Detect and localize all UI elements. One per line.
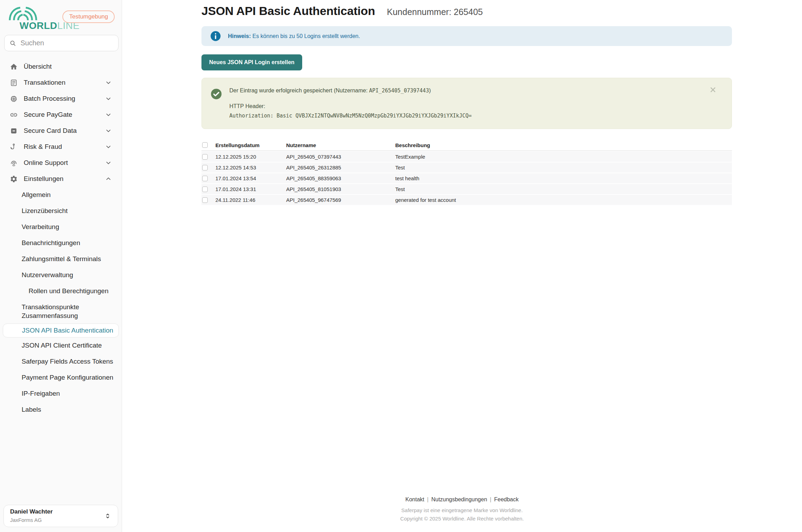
sidebar-item-secure-card-data[interactable]: Secure Card Data [0, 123, 122, 139]
chip-icon [10, 95, 18, 103]
sidebar-item-online-support[interactable]: Online Support [0, 155, 122, 171]
authorization-header-value: Authorization: Basic QVBJXzI2NTQwNV8wNzM… [229, 113, 472, 119]
cell-description: Test [395, 186, 732, 192]
check-circle-icon [211, 88, 222, 100]
info-banner-text: Hinweis: Es können bis zu 50 Logins erst… [228, 33, 360, 39]
sidebar-item-label: Batch Processing [24, 95, 75, 102]
cell-username: API_265405_96747569 [286, 197, 395, 203]
sidebar-item-payment-page-konfig[interactable]: Payment Page Konfigurationen [0, 370, 122, 386]
chevron-down-icon [105, 143, 112, 150]
sidebar-item-saferpay-fields-tokens[interactable]: Saferpay Fields Access Tokens [0, 354, 122, 370]
info-icon [210, 31, 221, 41]
sidebar-item-label: Einstellungen [24, 175, 63, 183]
info-banner-message: Es können bis zu 50 Logins erstellt werd… [251, 33, 360, 39]
sidebar-item-lizenzuebersicht[interactable]: Lizenzübersicht [0, 203, 122, 219]
hook-icon [10, 143, 18, 151]
sidebar-item-transaktionen[interactable]: Transaktionen [0, 75, 122, 91]
cell-description: generated for test account [395, 197, 732, 203]
sidebar-item-labels[interactable]: Labels [0, 402, 122, 418]
cell-date: 12.12.2025 14:53 [215, 165, 286, 170]
sidebar-item-label: Risk & Fraud [24, 143, 62, 151]
sidebar-item-label: Übersicht [24, 63, 52, 70]
chevron-down-icon [105, 79, 112, 86]
info-banner: Hinweis: Es können bis zu 50 Logins erst… [201, 26, 732, 46]
footer-link-feedback[interactable]: Feedback [494, 496, 519, 502]
footer-trademark: Saferpay ist eine eingetragene Marke von… [122, 506, 802, 515]
success-message-body: Der Eintrag wurde erfolgreich gespeicher… [229, 88, 472, 119]
chevron-down-icon [105, 127, 112, 134]
footer-link-kontakt[interactable]: Kontakt [405, 496, 424, 502]
sidebar-item-verarbeitung[interactable]: Verarbeitung [0, 219, 122, 235]
cell-description: TestExample [395, 154, 732, 160]
table-row[interactable]: 24.11.2022 11:46 API_265405_96747569 gen… [201, 195, 732, 205]
table-row[interactable]: 12.12.2025 14:53 API_265405_26312885 Tes… [201, 162, 732, 173]
success-line: Der Eintrag wurde erfolgreich gespeicher… [229, 88, 472, 94]
create-json-api-login-button[interactable]: Neues JSON API Login erstellen [201, 54, 302, 70]
footer-link-nutzungsbedingungen[interactable]: Nutzungsbedingungen [431, 496, 487, 502]
sidebar-item-secure-paygate[interactable]: Secure PayGate [0, 107, 122, 123]
cell-username: API_265405_26312885 [286, 165, 395, 170]
logins-table: Erstellungsdatum Nutzername Beschreibung… [201, 139, 732, 205]
column-header-erstellungsdatum: Erstellungsdatum [215, 142, 286, 148]
cell-username: API_265405_07397443 [286, 154, 395, 160]
search-box[interactable] [4, 35, 119, 51]
cell-date: 12.12.2025 15:20 [215, 154, 286, 160]
footer-legal: Saferpay ist eine eingetragene Marke von… [122, 506, 802, 523]
table-row[interactable]: 12.12.2025 15:20 API_265405_07397443 Tes… [201, 152, 732, 162]
sidebar-item-json-api-basic-auth[interactable]: JSON API Basic Authentication [3, 324, 119, 337]
row-checkbox[interactable] [202, 187, 208, 192]
gear-icon [10, 175, 18, 183]
success-text-suffix: ) [429, 88, 431, 93]
footer-links: Kontakt|Nutzungsbedingungen|Feedback [122, 496, 802, 503]
sidebar: WORLDLINE Testumgebung Übersicht Transak… [0, 0, 122, 532]
http-header-label: HTTP Header: [229, 103, 472, 109]
info-banner-bold: Hinweis: [228, 33, 251, 39]
select-all-checkbox[interactable] [202, 142, 208, 148]
table-row[interactable]: 17.01.2024 13:54 API_265405_88359063 tes… [201, 173, 732, 183]
sidebar-item-risk-fraud[interactable]: Risk & Fraud [0, 139, 122, 155]
close-icon[interactable] [710, 86, 716, 93]
footer-separator: | [427, 496, 428, 502]
logo-area: WORLDLINE Testumgebung [0, 0, 122, 33]
receipt-icon [10, 79, 18, 87]
sidebar-item-json-api-client-cert[interactable]: JSON API Client Certificate [0, 337, 122, 354]
environment-badge: Testumgebung [62, 10, 115, 23]
user-name: Daniel Wachter [10, 508, 53, 516]
sidebar-item-label: Transaktionspunkte Zusammenfassung [22, 303, 95, 320]
sidebar-item-einstellungen[interactable]: Einstellungen [0, 171, 122, 187]
footer-copyright: Copyright © 2025 Worldline. Alle Rechte … [122, 515, 802, 523]
sidebar-item-label: Secure PayGate [24, 111, 72, 119]
row-checkbox[interactable] [202, 176, 208, 181]
updown-chevron-icon [104, 512, 112, 520]
footer: Kontakt|Nutzungsbedingungen|Feedback Saf… [122, 496, 802, 523]
row-checkbox[interactable] [202, 154, 208, 160]
sidebar-item-batch-processing[interactable]: Batch Processing [0, 91, 122, 107]
sidebar-item-zahlungsmittel-terminals[interactable]: Zahlungsmittel & Terminals [0, 251, 122, 267]
sidebar-item-nutzerverwaltung[interactable]: Nutzerverwaltung [0, 267, 122, 283]
user-company: JaxForms AG [10, 516, 53, 524]
sidebar-item-benachrichtigungen[interactable]: Benachrichtigungen [0, 235, 122, 251]
table-header-row: Erstellungsdatum Nutzername Beschreibung [201, 139, 732, 151]
sidebar-item-rollen-berechtigungen[interactable]: Rollen und Berechtigungen [0, 283, 122, 299]
row-checkbox[interactable] [202, 165, 208, 170]
sidebar-item-transaktionspunkte[interactable]: Transaktionspunkte Zusammenfassung [0, 299, 122, 324]
sidebar-item-label: Online Support [24, 159, 68, 167]
sidebar-item-ip-freigaben[interactable]: IP-Freigaben [0, 386, 122, 402]
worldline-logo-icon [8, 5, 38, 21]
cell-description: Test [395, 165, 732, 170]
cell-date: 24.11.2022 11:46 [215, 197, 286, 203]
cell-date: 17.01.2024 13:31 [215, 186, 286, 192]
table-row[interactable]: 17.01.2024 13:31 API_265405_81051903 Tes… [201, 184, 732, 194]
column-header-nutzername: Nutzername [286, 142, 395, 148]
sidebar-item-allgemein[interactable]: Allgemein [0, 187, 122, 203]
main-area: JSON API Basic Authentication Kundennumm… [122, 0, 802, 532]
cell-date: 17.01.2024 13:54 [215, 175, 286, 181]
sidebar-item-label: Secure Card Data [24, 127, 77, 135]
search-input[interactable] [21, 39, 113, 47]
row-checkbox[interactable] [202, 197, 208, 203]
sidebar-item-uebersicht[interactable]: Übersicht [0, 59, 122, 75]
home-icon [10, 63, 18, 71]
user-switcher[interactable]: Daniel Wachter JaxForms AG [3, 505, 118, 527]
content: JSON API Basic Authentication Kundennumm… [201, 0, 732, 205]
sidebar-item-label: Transaktionen [24, 79, 66, 86]
